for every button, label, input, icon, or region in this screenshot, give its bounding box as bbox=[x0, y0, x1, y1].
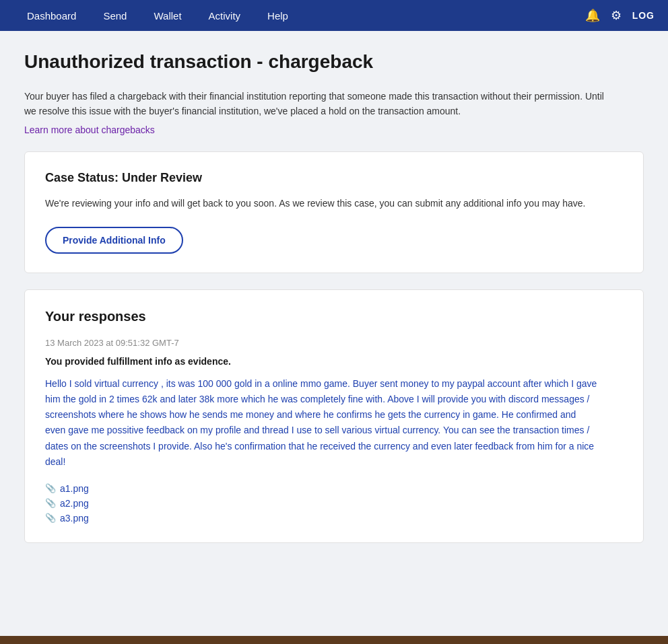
paperclip-icon-a2: 📎 bbox=[45, 498, 56, 508]
nav-item-send[interactable]: Send bbox=[90, 0, 140, 31]
nav-item-dashboard[interactable]: Dashboard bbox=[13, 0, 90, 31]
responses-card: Your responses 13 March 2023 at 09:51:32… bbox=[24, 289, 644, 543]
provide-additional-info-button[interactable]: Provide Additional Info bbox=[45, 227, 183, 254]
gear-icon[interactable]: ⚙ bbox=[611, 8, 622, 23]
paperclip-icon-a3: 📎 bbox=[45, 513, 56, 523]
nav-item-help[interactable]: Help bbox=[254, 0, 302, 31]
nav-item-activity[interactable]: Activity bbox=[195, 0, 255, 31]
nav-item-wallet[interactable]: Wallet bbox=[140, 0, 195, 31]
response-label: You provided fulfillment info as evidenc… bbox=[45, 356, 623, 367]
responses-title: Your responses bbox=[45, 309, 623, 324]
attachment-a2[interactable]: 📎 a2.png bbox=[45, 498, 623, 509]
learn-more-link[interactable]: Learn more about chargebacks bbox=[24, 124, 155, 135]
response-message: Hello I sold virtual currency , its was … bbox=[45, 376, 597, 470]
attachments-list: 📎 a1.png 📎 a2.png 📎 a3.png bbox=[45, 483, 623, 524]
page-title: Unauthorized transaction - chargeback bbox=[24, 51, 644, 73]
intro-paragraph: Your buyer has filed a chargeback with t… bbox=[24, 89, 610, 119]
attachment-a1[interactable]: 📎 a1.png bbox=[45, 483, 623, 494]
nav-right: 🔔 ⚙ LOG bbox=[585, 8, 655, 23]
logout-button[interactable]: LOG bbox=[632, 10, 655, 21]
case-status-card: Case Status: Under Review We're reviewin… bbox=[24, 151, 644, 273]
case-status-body: We're reviewing your info and will get b… bbox=[45, 196, 597, 211]
paperclip-icon-a1: 📎 bbox=[45, 483, 56, 493]
attachment-a3[interactable]: 📎 a3.png bbox=[45, 513, 623, 524]
nav-links: Dashboard Send Wallet Activity Help bbox=[13, 0, 585, 31]
response-timestamp: 13 March 2023 at 09:51:32 GMT-7 bbox=[45, 338, 623, 348]
bell-icon[interactable]: 🔔 bbox=[585, 8, 600, 23]
main-nav: Dashboard Send Wallet Activity Help 🔔 ⚙ … bbox=[0, 0, 668, 31]
case-status-title: Case Status: Under Review bbox=[45, 171, 623, 185]
page-container: Unauthorized transaction - chargeback Yo… bbox=[11, 31, 657, 570]
